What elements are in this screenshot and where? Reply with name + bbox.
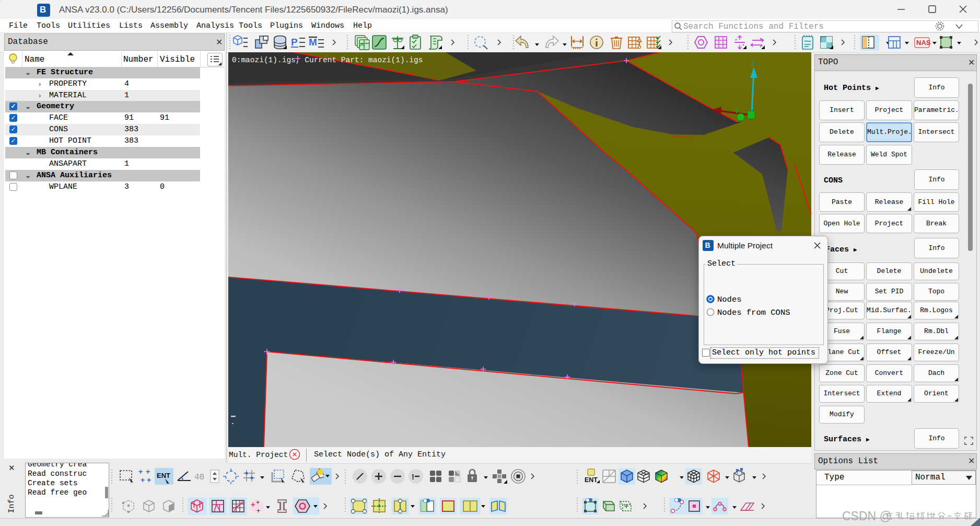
svg-text:+: + [138, 467, 143, 476]
svg-text:+: + [141, 476, 145, 484]
svg-text:+: + [146, 467, 150, 476]
svg-text:Z: Z [751, 60, 755, 68]
svg-text:+: + [256, 499, 260, 506]
svg-text:M: M [309, 37, 317, 48]
svg-text:40: 40 [194, 473, 204, 482]
svg-text:0:maozi(1).igs, Current Part:: 0:maozi(1).igs, Current Part: maozi(1).i… [232, 56, 423, 64]
svg-text:+: + [251, 500, 255, 509]
svg-text:+: + [256, 507, 260, 514]
svg-text:+: + [147, 476, 151, 484]
svg-text:P: P [291, 37, 298, 48]
svg-text:ENT: ENT [585, 476, 598, 484]
svg-text:ENT: ENT [157, 472, 170, 479]
svg-text:!: ! [412, 472, 414, 481]
svg-text:NAS: NAS [916, 39, 931, 47]
